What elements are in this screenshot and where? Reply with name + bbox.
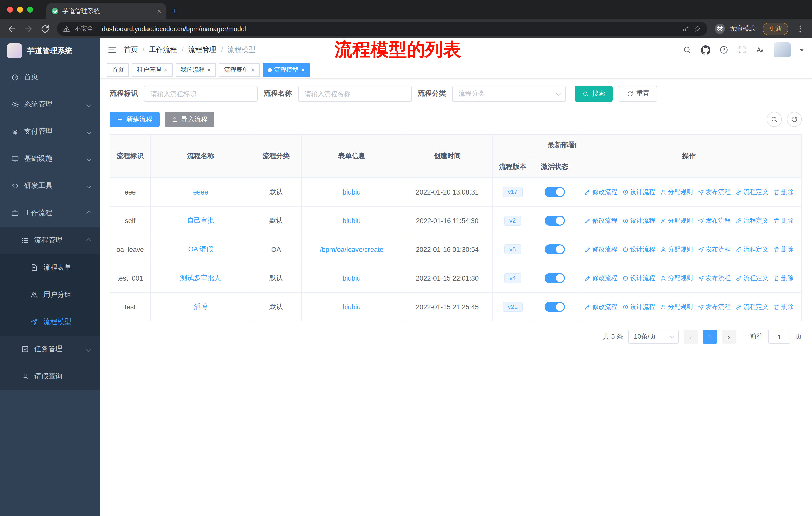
action-design-button[interactable]: 设计流程 — [622, 274, 655, 282]
bookmark-star-icon[interactable] — [694, 25, 701, 32]
action-publish-button[interactable]: 发布流程 — [697, 245, 731, 254]
refresh-table-button[interactable] — [787, 112, 802, 127]
help-icon[interactable] — [719, 45, 728, 54]
close-icon[interactable]: × — [301, 66, 305, 73]
active-toggle[interactable] — [545, 273, 564, 283]
sidebar-item-leave-query[interactable]: 请假查询 — [0, 363, 100, 390]
action-definition-button[interactable]: 流程定义 — [735, 188, 768, 196]
action-definition-button[interactable]: 流程定义 — [735, 303, 768, 311]
next-page-button[interactable]: › — [722, 330, 736, 344]
sidebar-item-process-model[interactable]: 流程模型 — [0, 308, 100, 335]
action-delete-button[interactable]: 删除 — [773, 188, 794, 196]
close-icon[interactable]: × — [251, 66, 255, 73]
tab-close-icon[interactable]: × — [157, 7, 161, 15]
process-name-link[interactable]: eeee — [193, 188, 208, 196]
process-category-select[interactable]: 流程分类 — [452, 86, 566, 102]
page-size-select[interactable]: 10条/页 — [628, 330, 678, 344]
back-icon[interactable] — [7, 24, 17, 33]
process-name-input[interactable] — [298, 86, 412, 102]
form-info-link[interactable]: biubiu — [343, 274, 361, 282]
form-info-link[interactable]: biubiu — [343, 188, 361, 196]
action-publish-button[interactable]: 发布流程 — [697, 303, 731, 311]
action-assign-rule-button[interactable]: 分配规则 — [660, 274, 693, 282]
sidebar-item-user-group[interactable]: 用户分组 — [0, 281, 100, 308]
create-process-button[interactable]: 新建流程 — [110, 112, 160, 127]
close-icon[interactable]: × — [207, 66, 211, 73]
search-icon[interactable] — [683, 45, 692, 54]
font-size-icon[interactable] — [756, 45, 765, 54]
sidebar-item-infrastructure[interactable]: 基础设施 — [0, 145, 100, 172]
active-toggle[interactable] — [545, 244, 564, 254]
active-toggle[interactable] — [545, 302, 564, 312]
process-name-link[interactable]: 自己审批 — [187, 217, 214, 224]
github-icon[interactable] — [701, 45, 710, 55]
process-name-link[interactable]: 滔博 — [194, 303, 207, 310]
action-publish-button[interactable]: 发布流程 — [697, 274, 731, 282]
tag-process-form[interactable]: 流程表单× — [219, 63, 260, 76]
sidebar-collapse-icon[interactable] — [108, 45, 117, 54]
sidebar-item-process-management[interactable]: 流程管理 — [0, 227, 100, 254]
tag-my-process[interactable]: 我的流程× — [175, 63, 216, 76]
page-number-1[interactable]: 1 — [703, 330, 717, 344]
browser-menu-icon[interactable] — [795, 24, 805, 33]
action-definition-button[interactable]: 流程定义 — [735, 274, 768, 282]
browser-tab[interactable]: 芋道管理系统 × — [46, 3, 166, 19]
breadcrumb-process-management[interactable]: 流程管理 — [188, 45, 216, 54]
app-logo[interactable]: 芋道管理系统 — [0, 38, 100, 63]
search-button[interactable]: 搜索 — [575, 86, 613, 102]
breadcrumb-workflow[interactable]: 工作流程 — [149, 45, 177, 54]
reload-icon[interactable] — [40, 24, 50, 33]
form-info-link[interactable]: biubiu — [343, 217, 361, 224]
process-id-input[interactable] — [144, 86, 258, 102]
fullscreen-icon[interactable] — [737, 45, 747, 54]
process-name-link[interactable]: 测试多审批人 — [180, 274, 221, 282]
action-definition-button[interactable]: 流程定义 — [735, 216, 768, 225]
sidebar-item-dev-tools[interactable]: 研发工具 — [0, 172, 100, 199]
avatar-caret-icon[interactable] — [800, 49, 804, 51]
action-assign-rule-button[interactable]: 分配规则 — [660, 188, 693, 196]
action-modify-button[interactable]: 修改流程 — [584, 188, 617, 196]
action-design-button[interactable]: 设计流程 — [622, 216, 655, 225]
action-assign-rule-button[interactable]: 分配规则 — [660, 216, 693, 225]
window-minimize-button[interactable] — [17, 6, 23, 12]
new-tab-button[interactable]: + — [172, 5, 178, 17]
action-publish-button[interactable]: 发布流程 — [697, 216, 731, 225]
sidebar-item-system[interactable]: 系统管理 — [0, 91, 100, 118]
action-modify-button[interactable]: 修改流程 — [584, 216, 617, 225]
active-toggle[interactable] — [545, 187, 564, 197]
tag-process-model[interactable]: 流程模型× — [263, 63, 310, 76]
goto-page-input[interactable] — [768, 330, 790, 344]
update-button[interactable]: 更新 — [763, 22, 788, 35]
action-modify-button[interactable]: 修改流程 — [584, 245, 617, 254]
forward-icon[interactable] — [24, 24, 33, 33]
reset-button[interactable]: 重置 — [619, 86, 658, 102]
form-info-link[interactable]: /bpm/oa/leave/create — [320, 246, 383, 253]
sidebar-item-process-form[interactable]: 流程表单 — [0, 254, 100, 281]
sidebar-item-payment[interactable]: ¥ 支付管理 — [0, 118, 100, 145]
active-toggle[interactable] — [545, 216, 564, 226]
action-modify-button[interactable]: 修改流程 — [584, 274, 617, 282]
action-assign-rule-button[interactable]: 分配规则 — [660, 245, 693, 254]
tag-home[interactable]: 首页 — [107, 63, 129, 76]
action-delete-button[interactable]: 删除 — [773, 303, 794, 311]
form-info-link[interactable]: biubiu — [343, 303, 361, 311]
action-delete-button[interactable]: 删除 — [773, 245, 794, 254]
avatar[interactable] — [774, 42, 791, 57]
window-maximize-button[interactable] — [27, 6, 33, 12]
import-process-button[interactable]: 导入流程 — [165, 112, 214, 127]
sidebar-item-home[interactable]: 首页 — [0, 63, 100, 91]
action-delete-button[interactable]: 删除 — [773, 216, 794, 225]
close-icon[interactable]: × — [164, 66, 167, 73]
action-design-button[interactable]: 设计流程 — [622, 188, 655, 196]
action-modify-button[interactable]: 修改流程 — [584, 303, 617, 311]
action-design-button[interactable]: 设计流程 — [622, 245, 655, 254]
action-assign-rule-button[interactable]: 分配规则 — [660, 303, 693, 311]
password-key-icon[interactable] — [682, 25, 690, 32]
sidebar-item-workflow[interactable]: 工作流程 — [0, 199, 100, 227]
tag-tenant[interactable]: 租户管理× — [132, 63, 172, 76]
process-name-link[interactable]: OA 请假 — [188, 245, 213, 253]
prev-page-button[interactable]: ‹ — [684, 330, 698, 344]
address-bar[interactable]: 不安全 dashboard.yudao.iocoder.cn/bpm/manag… — [57, 22, 707, 36]
sidebar-item-task-management[interactable]: 任务管理 — [0, 335, 100, 363]
toggle-search-button[interactable] — [767, 112, 782, 127]
